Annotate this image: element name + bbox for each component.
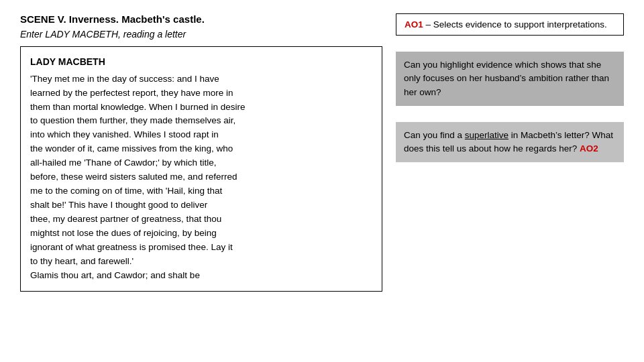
scene-heading: SCENE V. Inverness. Macbeth's castle. xyxy=(20,13,382,25)
speech-text-box: LADY MACBETH 'They met me in the day of … xyxy=(20,46,382,292)
question2-prefix: Can you find a xyxy=(404,130,465,140)
question1-box: Can you highlight evidence which shows t… xyxy=(396,52,624,106)
speech-lines: 'They met me in the day of success: and … xyxy=(30,72,372,283)
ao1-text: – Selects evidence to support interpreta… xyxy=(423,19,607,29)
character-name: LADY MACBETH xyxy=(30,55,372,70)
question2-underline: superlative xyxy=(465,130,508,140)
ao1-label: AO1 xyxy=(405,19,423,29)
ao2-label: AO2 xyxy=(580,143,598,154)
question1-text: Can you highlight evidence which shows t… xyxy=(404,60,609,97)
question2-box: Can you find a superlative in Macbeth’s … xyxy=(396,122,624,163)
page-container: SCENE V. Inverness. Macbeth's castle. En… xyxy=(0,0,644,362)
ao1-box: AO1 – Selects evidence to support interp… xyxy=(396,13,624,36)
right-column: AO1 – Selects evidence to support interp… xyxy=(396,13,624,349)
left-column: SCENE V. Inverness. Macbeth's castle. En… xyxy=(20,13,382,349)
stage-direction: Enter LADY MACBETH, reading a letter xyxy=(20,29,382,40)
